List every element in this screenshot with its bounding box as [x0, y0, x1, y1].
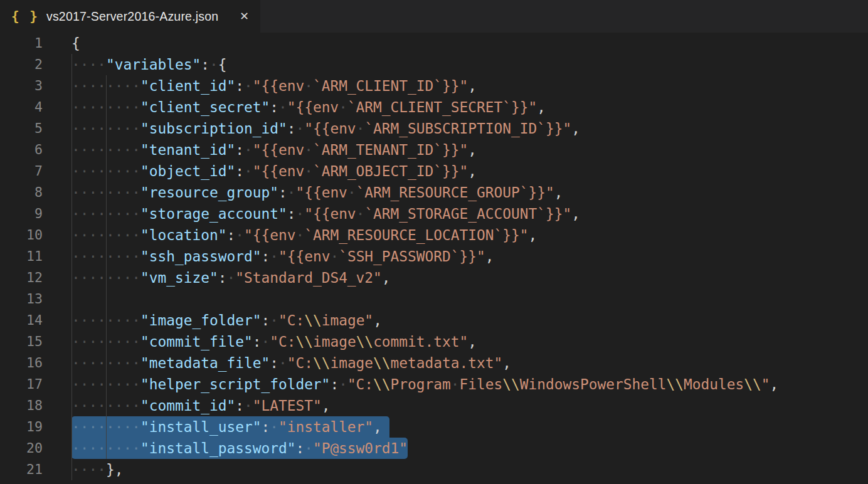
- line-number[interactable]: 4: [0, 97, 43, 118]
- code-text: ········"client_secret":·"{{env·`ARM_CLI…: [43, 97, 546, 118]
- code-text: ········"location":·"{{env·`ARM_RESOURCE…: [43, 224, 537, 246]
- code-text: ····},: [43, 459, 124, 480]
- code-text: [43, 288, 71, 310]
- code-text: ········"ssh_password":·"{{env·`SSH_PASS…: [43, 246, 494, 267]
- code-line[interactable]: 19········"install_user":·"installer",: [0, 416, 868, 438]
- vscode-window: { } vs2017-Server2016-Azure.json ✕ 1{2··…: [0, 0, 868, 484]
- line-number[interactable]: 7: [0, 160, 43, 182]
- line-number[interactable]: 2: [0, 54, 43, 75]
- code-editor[interactable]: 1{2····"variables":·{3········"client_id…: [0, 33, 868, 484]
- code-line[interactable]: 10········"location":·"{{env·`ARM_RESOUR…: [0, 224, 868, 246]
- line-number[interactable]: 13: [0, 288, 43, 310]
- code-line[interactable]: 18········"commit_id":·"LATEST",: [0, 395, 868, 416]
- line-number[interactable]: 21: [0, 459, 43, 480]
- line-number[interactable]: 8: [0, 182, 43, 203]
- code-line[interactable]: 21····},: [0, 459, 868, 480]
- line-number[interactable]: 17: [0, 374, 43, 395]
- editor-tab[interactable]: { } vs2017-Server2016-Azure.json ✕: [0, 0, 260, 33]
- code-line[interactable]: 16········"metadata_file":·"C:\\image\\m…: [0, 352, 868, 374]
- code-text: ········"install_user":·"installer",: [43, 416, 382, 438]
- json-file-icon: { }: [11, 9, 39, 24]
- code-line[interactable]: 1{: [0, 33, 868, 54]
- line-number[interactable]: 9: [0, 203, 43, 224]
- code-text: ········"storage_account":·"{{env·`ARM_S…: [43, 203, 580, 224]
- tab-bar: { } vs2017-Server2016-Azure.json ✕: [0, 0, 868, 33]
- code-text: ········"commit_id":·"LATEST",: [43, 395, 330, 416]
- line-number[interactable]: 3: [0, 75, 43, 97]
- code-line[interactable]: 12········"vm_size":·"Standard_DS4_v2",: [0, 267, 868, 288]
- code-text: ········"tenant_id":·"{{env·`ARM_TENANT_…: [43, 139, 477, 160]
- code-line[interactable]: 2····"variables":·{: [0, 54, 868, 75]
- code-line[interactable]: 11········"ssh_password":·"{{env·`SSH_PA…: [0, 246, 868, 267]
- code-lines: 1{2····"variables":·{3········"client_id…: [0, 33, 868, 480]
- line-number[interactable]: 14: [0, 310, 43, 331]
- code-text: ········"client_id":·"{{env·`ARM_CLIENT_…: [43, 75, 477, 97]
- line-number[interactable]: 1: [0, 33, 43, 54]
- code-text: ········"vm_size":·"Standard_DS4_v2",: [43, 267, 391, 288]
- code-text: ········"commit_file":·"C:\\image\\commi…: [43, 331, 477, 352]
- line-number[interactable]: 18: [0, 395, 43, 416]
- line-number[interactable]: 20: [0, 438, 43, 459]
- line-number[interactable]: 11: [0, 246, 43, 267]
- code-text: ····"variables":·{: [43, 54, 226, 75]
- code-text: ········"image_folder":·"C:\\image",: [43, 310, 382, 331]
- line-number[interactable]: 19: [0, 416, 43, 438]
- code-line[interactable]: 13: [0, 288, 868, 310]
- code-line[interactable]: 8········"resource_group":·"{{env·`ARM_R…: [0, 182, 868, 203]
- code-line[interactable]: 14········"image_folder":·"C:\\image",: [0, 310, 868, 331]
- code-line[interactable]: 6········"tenant_id":·"{{env·`ARM_TENANT…: [0, 139, 868, 160]
- line-number[interactable]: 12: [0, 267, 43, 288]
- code-line[interactable]: 15········"commit_file":·"C:\\image\\com…: [0, 331, 868, 352]
- code-text: ········"resource_group":·"{{env·`ARM_RE…: [43, 182, 563, 203]
- code-line[interactable]: 20········"install_password":·"P@ssw0rd1…: [0, 438, 868, 459]
- code-line[interactable]: 9········"storage_account":·"{{env·`ARM_…: [0, 203, 868, 224]
- code-line[interactable]: 3········"client_id":·"{{env·`ARM_CLIENT…: [0, 75, 868, 97]
- line-number[interactable]: 6: [0, 139, 43, 160]
- close-tab-icon[interactable]: ✕: [238, 9, 250, 23]
- code-line[interactable]: 17········"helper_script_folder":·"C:\\P…: [0, 374, 868, 395]
- line-number[interactable]: 10: [0, 224, 43, 246]
- code-text: ········"subscription_id":·"{{env·`ARM_S…: [43, 118, 580, 139]
- code-text: ········"metadata_file":·"C:\\image\\met…: [43, 352, 511, 374]
- code-line[interactable]: 5········"subscription_id":·"{{env·`ARM_…: [0, 118, 868, 139]
- line-number[interactable]: 16: [0, 352, 43, 374]
- code-text: ········"helper_script_folder":·"C:\\Pro…: [43, 374, 778, 395]
- tab-title: vs2017-Server2016-Azure.json: [46, 9, 218, 24]
- line-number[interactable]: 15: [0, 331, 43, 352]
- code-text: ········"install_password":·"P@ssw0rd1": [43, 438, 408, 459]
- code-text: {: [43, 33, 80, 54]
- code-text: ········"object_id":·"{{env·`ARM_OBJECT_…: [43, 160, 477, 182]
- line-number[interactable]: 5: [0, 118, 43, 139]
- code-line[interactable]: 4········"client_secret":·"{{env·`ARM_CL…: [0, 97, 868, 118]
- code-line[interactable]: 7········"object_id":·"{{env·`ARM_OBJECT…: [0, 160, 868, 182]
